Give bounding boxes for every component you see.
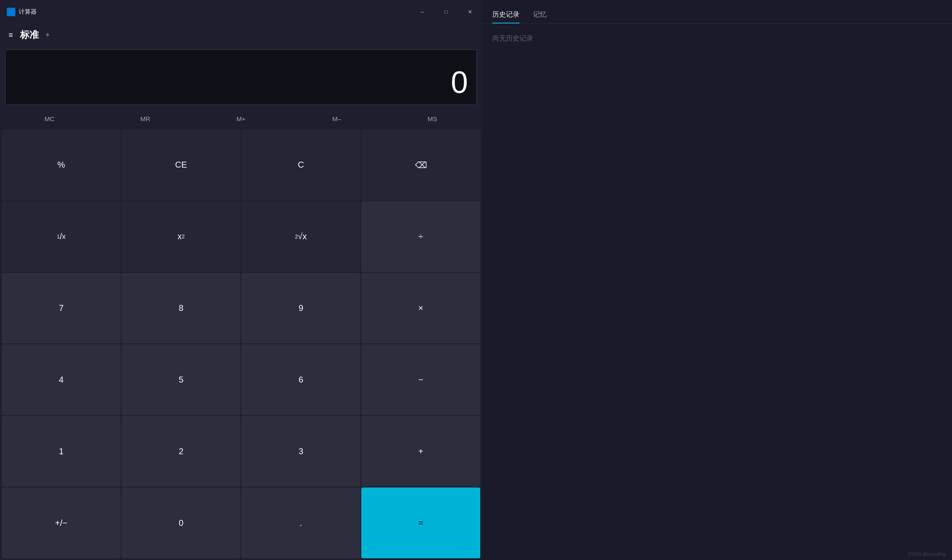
nine-button[interactable]: 9 (241, 273, 360, 344)
display: 0 (5, 49, 477, 105)
menu-icon[interactable]: ≡ (7, 29, 15, 41)
svg-rect-2 (8, 12, 11, 15)
app-icon (7, 8, 15, 16)
app-title: 计算器 (19, 8, 37, 16)
svg-rect-0 (8, 9, 11, 12)
four-button[interactable]: 4 (2, 344, 121, 415)
clear-button[interactable]: C (241, 130, 360, 200)
sqrt-button[interactable]: 2√x (241, 201, 360, 272)
right-panel: 历史记录 记忆 尚无历史记录 (482, 0, 952, 560)
decimal-button[interactable]: . (241, 487, 360, 558)
zero-button[interactable]: 0 (122, 487, 241, 558)
mode-title: 标准 (20, 29, 39, 41)
add-button[interactable]: + (361, 416, 480, 487)
subtract-button[interactable]: − (361, 344, 480, 415)
svg-rect-3 (12, 12, 14, 15)
right-tabs: 历史记录 记忆 (482, 0, 952, 24)
square-button[interactable]: x2 (122, 201, 241, 272)
equals-button[interactable]: = (361, 487, 480, 558)
five-button[interactable]: 5 (122, 344, 241, 415)
window-controls: ─ □ ✕ (410, 0, 482, 24)
memory-tab[interactable]: 记忆 (533, 10, 547, 23)
six-button[interactable]: 6 (241, 344, 360, 415)
mminus-button[interactable]: M– (289, 108, 384, 129)
mc-button[interactable]: MC (2, 108, 97, 129)
title-bar: 计算器 ─ □ ✕ (0, 0, 482, 24)
svg-rect-1 (12, 9, 14, 12)
three-button[interactable]: 3 (241, 416, 360, 487)
ms-button[interactable]: MS (385, 108, 480, 129)
watermark: CSDN @rucoding (908, 551, 945, 557)
multiply-button[interactable]: × (361, 273, 480, 344)
history-empty: 尚无历史记录 (482, 24, 952, 560)
calc-header: ≡ 标准 ⌖ (0, 24, 482, 46)
close-button[interactable]: ✕ (458, 0, 482, 24)
memory-row: MC MR M+ M– MS (0, 108, 482, 129)
divide-button[interactable]: ÷ (361, 201, 480, 272)
seven-button[interactable]: 7 (2, 273, 121, 344)
eight-button[interactable]: 8 (122, 273, 241, 344)
backspace-button[interactable]: ⌫ (361, 130, 480, 200)
button-grid: % CE C ⌫ 1/x x2 2√x ÷ 7 8 9 × 4 5 6 − 1 … (0, 129, 482, 560)
minimize-button[interactable]: ─ (410, 0, 434, 24)
one-button[interactable]: 1 (2, 416, 121, 487)
pin-icon[interactable]: ⌖ (46, 31, 49, 39)
mr-button[interactable]: MR (97, 108, 193, 129)
two-button[interactable]: 2 (122, 416, 241, 487)
ce-button[interactable]: CE (122, 130, 241, 200)
percent-button[interactable]: % (2, 130, 121, 200)
negate-button[interactable]: +/− (2, 487, 121, 558)
display-value: 0 (451, 67, 468, 98)
restore-button[interactable]: □ (434, 0, 458, 24)
reciprocal-button[interactable]: 1/x (2, 201, 121, 272)
mplus-button[interactable]: M+ (193, 108, 289, 129)
history-tab[interactable]: 历史记录 (492, 10, 520, 23)
